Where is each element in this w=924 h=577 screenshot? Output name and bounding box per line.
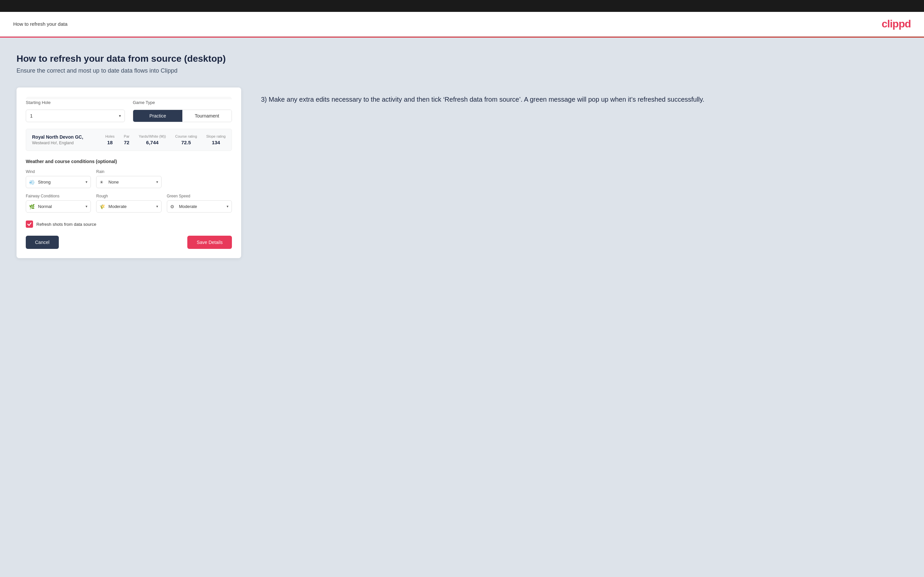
tournament-button[interactable]: Tournament <box>183 110 232 122</box>
yards-label: Yards/White (M)) <box>139 134 166 138</box>
button-row: Cancel Save Details <box>26 236 232 249</box>
content-row: Starting Hole 1 10 ▾ Game Type Practice … <box>16 87 908 258</box>
par-stat: Par 72 <box>124 134 129 145</box>
game-type-group: Game Type Practice Tournament <box>133 100 232 122</box>
wind-select-wrapper: 💨 Strong None Light Moderate ▾ <box>26 176 91 188</box>
form-card: Starting Hole 1 10 ▾ Game Type Practice … <box>16 87 241 258</box>
practice-button[interactable]: Practice <box>133 110 183 122</box>
rough-label: Rough <box>96 194 161 198</box>
slope-rating-label: Slope rating <box>206 134 226 138</box>
wind-group: Wind 💨 Strong None Light Moderate ▾ <box>26 169 91 189</box>
game-type-label: Game Type <box>133 100 232 105</box>
course-name: Royal North Devon GC, <box>32 134 83 140</box>
par-value: 72 <box>124 140 129 145</box>
header-title: How to refresh your data <box>13 21 68 27</box>
wind-label: Wind <box>26 169 91 174</box>
fairway-select[interactable]: Normal Soft Firm <box>26 200 91 213</box>
side-description-text: 3) Make any extra edits necessary to the… <box>261 94 908 105</box>
fairway-select-wrapper: 🌿 Normal Soft Firm ▾ <box>26 200 91 213</box>
header: How to refresh your data clippd <box>0 12 924 37</box>
course-stats: Holes 18 Par 72 Yards/White (M)) 6,744 C… <box>105 134 226 145</box>
partial-card <box>26 97 232 99</box>
yards-value: 6,744 <box>146 140 158 145</box>
refresh-label: Refresh shots from data source <box>36 222 96 227</box>
slope-rating-stat: Slope rating 134 <box>206 134 226 145</box>
fairway-group: Fairway Conditions 🌿 Normal Soft Firm ▾ <box>26 194 91 213</box>
side-description: 3) Make any extra edits necessary to the… <box>261 87 908 105</box>
green-speed-label: Green Speed <box>167 194 232 198</box>
rain-select[interactable]: None Light Heavy <box>96 176 161 188</box>
fairway-label: Fairway Conditions <box>26 194 91 198</box>
rough-group: Rough 🌾 Moderate Light Heavy ▾ <box>96 194 161 213</box>
checkbox-styled[interactable] <box>26 221 33 228</box>
starting-hole-label: Starting Hole <box>26 100 125 105</box>
cancel-button[interactable]: Cancel <box>26 236 59 249</box>
page-heading: How to refresh your data from source (de… <box>16 53 908 64</box>
starting-hole-select[interactable]: 1 10 <box>26 110 125 122</box>
green-speed-select[interactable]: Moderate Slow Fast <box>167 200 232 213</box>
slope-rating-value: 134 <box>212 140 220 145</box>
rough-select[interactable]: Moderate Light Heavy <box>96 200 161 213</box>
rain-select-wrapper: ☀ None Light Heavy ▾ <box>96 176 161 188</box>
green-speed-group: Green Speed ⚙ Moderate Slow Fast ▾ <box>167 194 232 213</box>
starting-hole-select-wrapper: 1 10 ▾ <box>26 110 125 122</box>
conditions-grid: Wind 💨 Strong None Light Moderate ▾ <box>26 169 232 213</box>
starting-hole-group: Starting Hole 1 10 ▾ <box>26 100 125 122</box>
save-button[interactable]: Save Details <box>187 236 232 249</box>
green-speed-select-wrapper: ⚙ Moderate Slow Fast ▾ <box>167 200 232 213</box>
top-bar <box>0 0 924 12</box>
yards-stat: Yards/White (M)) 6,744 <box>139 134 166 145</box>
holes-stat: Holes 18 <box>105 134 115 145</box>
rain-label: Rain <box>96 169 161 174</box>
course-rating-stat: Course rating 72.5 <box>175 134 197 145</box>
course-location: Westward Ho!, England <box>32 140 83 145</box>
page-subheading: Ensure the correct and most up to date d… <box>16 67 908 74</box>
course-rating-value: 72.5 <box>181 140 191 145</box>
course-rating-label: Course rating <box>175 134 197 138</box>
par-label: Par <box>124 134 129 138</box>
main-content: How to refresh your data from source (de… <box>0 38 924 577</box>
conditions-row-1: Wind 💨 Strong None Light Moderate ▾ <box>26 169 232 189</box>
conditions-row-2: Fairway Conditions 🌿 Normal Soft Firm ▾ <box>26 194 232 213</box>
checkbox-row[interactable]: Refresh shots from data source <box>26 221 232 228</box>
holes-value: 18 <box>107 140 113 145</box>
form-row-top: Starting Hole 1 10 ▾ Game Type Practice … <box>26 100 232 122</box>
holes-label: Holes <box>105 134 115 138</box>
rain-group: Rain ☀ None Light Heavy ▾ <box>96 169 161 189</box>
wind-select[interactable]: Strong None Light Moderate <box>26 176 91 188</box>
conditions-title: Weather and course conditions (optional) <box>26 159 232 164</box>
game-type-toggle: Practice Tournament <box>133 110 232 122</box>
rough-select-wrapper: 🌾 Moderate Light Heavy ▾ <box>96 200 161 213</box>
logo: clippd <box>882 18 911 30</box>
course-name-section: Royal North Devon GC, Westward Ho!, Engl… <box>32 134 83 145</box>
course-info-row: Royal North Devon GC, Westward Ho!, Engl… <box>26 129 232 151</box>
